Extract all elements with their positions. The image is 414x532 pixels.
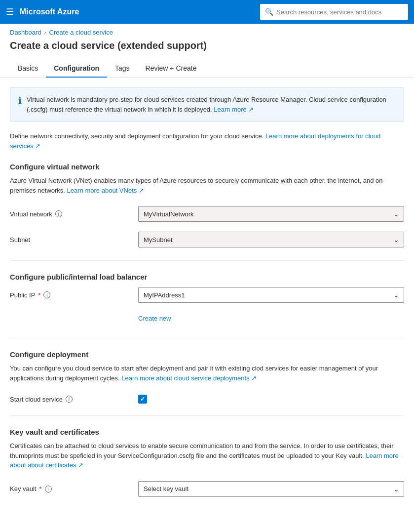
virtual-network-info-icon[interactable]: i [55,210,62,217]
breadcrumb-dashboard[interactable]: Dashboard [10,29,41,36]
key-vault-info-icon[interactable]: i [45,486,52,492]
app-title: Microsoft Azure [20,7,254,16]
top-nav: ☰ Microsoft Azure 🔍 [0,0,414,24]
key-vault-row: Key vault * i Select key vault [10,480,404,498]
virtual-network-heading: Configure virtual network [10,163,404,171]
hamburger-menu[interactable]: ☰ [6,6,14,17]
tab-configuration[interactable]: Configuration [46,59,107,77]
public-ip-info-icon[interactable]: i [43,291,50,298]
info-box-text: Virtual network is mandatory pre-step fo… [27,95,396,114]
breadcrumb-separator: › [44,29,46,36]
divider-3 [10,415,404,416]
start-cloud-service-checkbox[interactable] [138,395,147,404]
tab-tags[interactable]: Tags [107,59,138,77]
public-ip-select-wrapper: MyIPAddress1 [138,287,404,303]
divider-1 [10,260,404,261]
deployment-desc: You can configure you cloud service to s… [10,364,404,383]
description-text: Define network connectivity, security an… [10,131,404,151]
breadcrumb: Dashboard › Create a cloud service [0,24,414,38]
subnet-label: Subnet [10,236,138,244]
public-ip-required-star: * [38,291,40,299]
create-new-link[interactable]: Create new [138,315,171,322]
vnet-learn-more-link[interactable]: Learn more about VNets ↗ [67,187,144,194]
subnet-row: Subnet MySubnet [10,231,404,248]
subnet-select-wrapper: MySubnet [138,232,404,247]
info-box: ℹ Virtual network is mandatory pre-step … [10,87,404,122]
virtual-network-desc: Azure Virtual Network (VNet) enables man… [10,176,404,195]
load-balancer-heading: Configure public/internal load balancer [10,273,404,281]
public-ip-control: MyIPAddress1 [138,287,404,303]
start-cloud-service-row: Start cloud service i [10,395,404,404]
search-icon: 🔍 [265,8,273,16]
search-bar[interactable]: 🔍 [260,4,408,20]
content-area: ℹ Virtual network is mandatory pre-step … [0,78,414,516]
start-cloud-service-info-icon[interactable]: i [66,396,73,403]
info-learn-more-link[interactable]: Learn more ↗ [214,106,254,113]
key-vault-heading: Key vault and certificates [10,428,404,436]
public-ip-select[interactable]: MyIPAddress1 [138,287,404,303]
breadcrumb-create-cloud-service[interactable]: Create a cloud service [49,29,113,36]
tab-review-create[interactable]: Review + Create [138,59,205,77]
subnet-select[interactable]: MySubnet [138,232,404,247]
public-ip-row: Public IP * i MyIPAddress1 [10,286,404,304]
virtual-network-select-wrapper: MyVirtualNetwork [138,206,404,222]
virtual-network-control: MyVirtualNetwork [138,206,404,222]
key-vault-desc: Certificates can be attached to cloud se… [10,441,404,470]
info-icon: ℹ [18,95,22,114]
page-title: Create a cloud service (extended support… [0,38,414,59]
search-input[interactable] [276,8,403,16]
deployment-learn-more-link[interactable]: Learn more about cloud service deploymen… [121,374,257,382]
tab-bar: Basics Configuration Tags Review + Creat… [0,59,414,78]
key-vault-label: Key vault * i [10,485,138,492]
subnet-control: MySubnet [138,232,404,247]
virtual-network-row: Virtual network i MyVirtualNetwork [10,205,404,223]
key-vault-select[interactable]: Select key vault [138,481,404,497]
virtual-network-select[interactable]: MyVirtualNetwork [138,206,404,222]
tab-basics[interactable]: Basics [10,59,46,77]
divider-2 [10,338,404,338]
key-vault-required-star: * [39,485,41,492]
public-ip-label: Public IP * i [10,291,138,299]
deployment-heading: Configure deployment [10,350,404,359]
key-vault-control: Select key vault [138,481,404,497]
virtual-network-label: Virtual network i [10,210,138,218]
start-cloud-service-label: Start cloud service i [10,396,138,403]
key-vault-select-wrapper: Select key vault [138,481,404,497]
